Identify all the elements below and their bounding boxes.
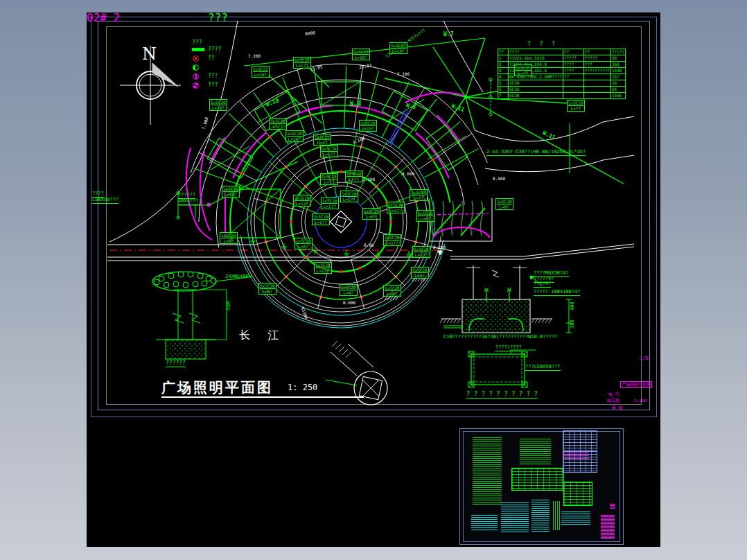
annotation-text: L50X50???	[92, 198, 118, 204]
circuit-label: W.7	[443, 32, 453, 37]
cable-label: 1xSC20L=??	[269, 118, 287, 130]
cable-label: 1xSC25L=3?	[313, 134, 331, 146]
cable-label: 1xSC20L=15?	[359, 120, 377, 132]
annotation-text: ?????-100X100?4?	[534, 290, 580, 296]
cable-label: 1xSC20L=17?	[412, 246, 430, 258]
circuit-label: W.10	[265, 98, 280, 107]
cable-label: 1xSC25L=7?	[410, 189, 428, 201]
annotation-text: ??????	[166, 360, 186, 367]
annotation-text: ? ? ? ? ? ? ? ? ? ?	[466, 391, 538, 399]
cable-label: 1xSC20L=17?	[312, 213, 330, 225]
cable-label: 1xSC25L=18?	[222, 186, 240, 198]
cable-label: 1xSC50L=10?	[352, 49, 370, 60]
dimension-text: 7.900	[202, 117, 209, 130]
cable-label: 1xSC20L=17?	[321, 198, 339, 209]
dimension-text: 15.05	[310, 64, 323, 71]
annotation-text: ????(????	[495, 345, 522, 351]
dimension-text: B.600	[343, 301, 355, 305]
cable-label: 1xSC20L=12?	[314, 262, 332, 274]
cable-label: 1xSC20L=7?	[345, 170, 363, 182]
cable-label: 1xSC20L=17?	[340, 191, 358, 202]
annotation-text: 35M	[227, 301, 231, 310]
annotation-text: 40X4????	[178, 199, 202, 205]
dimension-text: 1.100	[362, 177, 375, 182]
dimension-text: 8.600	[402, 172, 414, 176]
cable-label: 1xSC20L=8?	[220, 232, 238, 244]
dimension-text: 21.07	[359, 63, 372, 69]
cable-label: 1xSC25L=16?	[252, 66, 270, 78]
page-background: N ??? ???? ?? ??? ??! ??? ? ? ? ????????…	[0, 0, 747, 560]
dimension-text: 8.200	[433, 245, 446, 250]
annotation-text: 400	[570, 301, 575, 310]
cable-label: 1xSC20L=9?	[411, 267, 429, 279]
cad-viewport: N ??? ???? ?? ??? ??! ??? ? ? ? ????????…	[87, 12, 660, 547]
annotation-text: C10??????????16?20(??????????W10.0?????	[443, 335, 557, 340]
cable-label: 1xSC20L=8?	[495, 198, 513, 210]
cable-label: 1xSC20L=8?	[295, 238, 313, 250]
cable-label: 1xSC20L=8?	[362, 208, 380, 220]
circuit-label: W.3	[350, 101, 360, 107]
dimension-text: 8000	[305, 30, 315, 36]
cable-label: 1xSC20L=17?	[293, 195, 311, 207]
cable-label: 1xSC20L=17?	[320, 146, 338, 157]
annotation-text: 300	[570, 320, 575, 329]
cable-label: 1xSC20L=8?	[258, 283, 276, 295]
cable-label: 1xSC25L=??	[514, 64, 532, 76]
annotation-text: 24XNG400W	[225, 274, 252, 279]
cable-label: 1xSC5?L=10?	[389, 42, 407, 54]
dimension-text: 3.100	[352, 137, 365, 145]
circuit-label: W.11	[542, 130, 556, 141]
cable-label: 1xSC20L=17?	[383, 234, 401, 246]
annotation-text: ???L50X50???	[525, 365, 561, 371]
dimension-text: R3300	[300, 306, 308, 320]
circuit-label: W.11	[450, 103, 465, 113]
circuit-label: W.8	[405, 103, 416, 110]
annotation-text: ????4?	[534, 281, 551, 288]
cable-label: 1xSC20L=??	[567, 100, 585, 112]
dimension-text: 8.900	[493, 177, 505, 181]
cable-label: 1xSC20L=8?	[416, 210, 434, 222]
dimension-text: 7.200	[248, 54, 261, 58]
dimension-text: 8.00	[364, 243, 374, 247]
cable-label: 1xSC20L=4?	[340, 284, 358, 296]
cable-label: 1xSC20L=9?	[383, 285, 401, 297]
cable-label: 1xSC20L=??	[320, 173, 338, 185]
dimension-text: 7.100	[397, 72, 410, 76]
cable-label: 1xSC20L=10?	[209, 99, 227, 111]
cable-label: 1xSC20L=17?	[387, 202, 405, 213]
cable-label: 1xSC20L=16?	[285, 130, 304, 142]
annotation-layer: 1xSC25L=16?1xSC20L=17?1xSC50L=10?1xSC5?L…	[87, 12, 660, 547]
cable-label: 1xSC20L=17?	[293, 57, 311, 69]
